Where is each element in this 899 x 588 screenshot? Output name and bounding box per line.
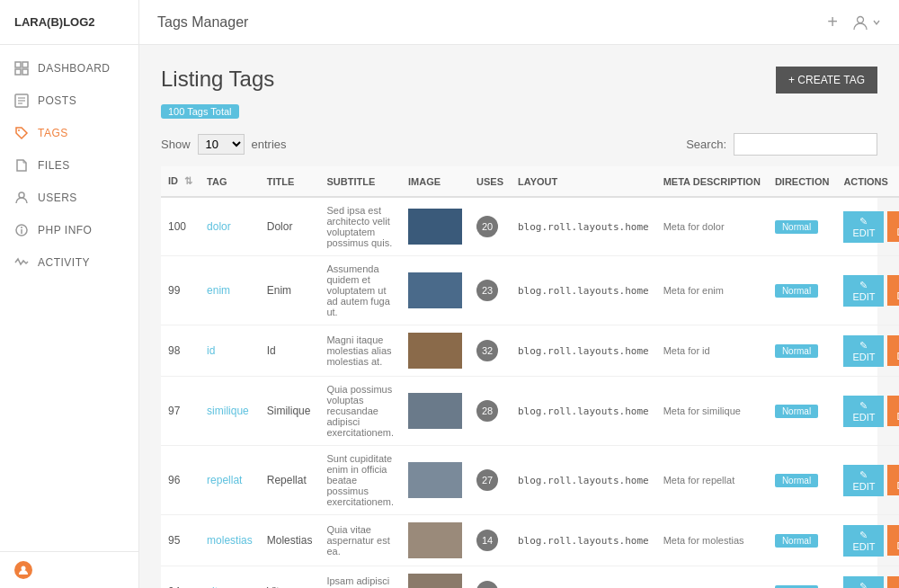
- activity-icon: [14, 255, 29, 270]
- sidebar-nav: DASHBOARD POSTS TAGS: [0, 45, 138, 279]
- cell-uses: 23: [469, 256, 511, 325]
- col-id[interactable]: ID ⇅: [161, 166, 200, 197]
- topbar-add-button[interactable]: +: [827, 12, 838, 32]
- actions-cell: ✎ EDIT🗑 DELETE: [843, 576, 899, 589]
- sidebar-item-dashboard[interactable]: DASHBOARD: [0, 52, 138, 85]
- table-row: 98idIdMagni itaque molestias alias moles…: [161, 325, 899, 377]
- edit-button[interactable]: ✎ EDIT: [843, 335, 884, 367]
- cell-tag: id: [200, 325, 260, 377]
- sidebar-user-icon[interactable]: [14, 561, 32, 579]
- direction-badge: Normal: [775, 405, 818, 418]
- tags-table: ID ⇅ TAG TITLE SUBTITLE IMAGE USES LAYOU…: [161, 166, 899, 588]
- cell-subtitle: Ipsam adipisci et minus qui enim nihil.: [319, 566, 401, 589]
- edit-button[interactable]: ✎ EDIT: [843, 576, 884, 589]
- uses-badge: 28: [476, 400, 498, 422]
- direction-badge: Normal: [775, 585, 818, 589]
- tag-link[interactable]: enim: [207, 284, 230, 297]
- tag-thumbnail: [408, 393, 462, 429]
- sidebar-item-tags[interactable]: TAGS: [0, 117, 138, 149]
- sidebar-item-activity[interactable]: ACTIVITY: [0, 246, 138, 279]
- col-title: TITLE: [260, 166, 320, 197]
- sidebar-item-files-label: FILES: [38, 159, 70, 172]
- cell-meta: Meta for vitae: [656, 566, 768, 589]
- entries-label: entries: [252, 138, 287, 151]
- cell-image: [401, 197, 469, 256]
- cell-subtitle: Sunt cupiditate enim in officia beatae p…: [319, 446, 401, 515]
- cell-title: Id: [260, 325, 320, 377]
- cell-direction: Normal: [768, 197, 837, 256]
- col-actions: ACTIONS: [836, 166, 899, 197]
- cell-id: 100: [161, 197, 200, 256]
- actions-cell: ✎ EDIT🗑 DELETE: [843, 396, 899, 427]
- edit-button[interactable]: ✎ EDIT: [843, 275, 884, 307]
- sidebar-item-users[interactable]: USERS: [0, 182, 138, 214]
- direction-badge: Normal: [775, 344, 818, 358]
- table-header-row: ID ⇅ TAG TITLE SUBTITLE IMAGE USES LAYOU…: [161, 166, 899, 197]
- delete-button[interactable]: 🗑 DELETE: [887, 396, 899, 426]
- cell-image: [401, 325, 469, 377]
- files-icon: [14, 158, 29, 173]
- cell-layout: blog.roll.layouts.home: [511, 377, 656, 446]
- sidebar-item-files[interactable]: FILES: [0, 149, 138, 182]
- create-tag-button[interactable]: + CREATE TAG: [776, 67, 877, 94]
- svg-point-8: [18, 129, 20, 131]
- cell-subtitle: Sed ipsa est architecto velit voluptatem…: [319, 197, 401, 256]
- topbar: Tags Manager +: [139, 0, 899, 45]
- svg-rect-2: [15, 69, 21, 75]
- svg-rect-0: [15, 62, 21, 67]
- delete-button[interactable]: 🗑 DELETE: [887, 465, 899, 495]
- tag-link[interactable]: molestias: [207, 534, 253, 547]
- cell-meta: Meta for dolor: [656, 197, 768, 256]
- edit-button[interactable]: ✎ EDIT: [843, 525, 884, 557]
- topbar-user-button[interactable]: [852, 14, 881, 31]
- cell-meta: Meta for molestias: [656, 515, 768, 566]
- actions-cell: ✎ EDIT🗑 DELETE: [843, 525, 899, 557]
- sidebar-item-posts[interactable]: POSTS: [0, 85, 138, 117]
- content-area: Listing Tags + CREATE TAG 100 Tags Total…: [139, 45, 899, 588]
- edit-button[interactable]: ✎ EDIT: [843, 465, 884, 496]
- delete-button[interactable]: 🗑 DELETE: [887, 211, 899, 242]
- entries-select[interactable]: 10 25 50 100: [198, 134, 245, 155]
- cell-id: 98: [161, 325, 200, 377]
- search-area: Search:: [686, 133, 877, 156]
- tag-link[interactable]: id: [207, 344, 215, 357]
- svg-rect-3: [22, 69, 28, 75]
- cell-tag: molestias: [200, 515, 260, 566]
- sidebar-item-tags-label: TAGS: [38, 127, 68, 139]
- cell-direction: Normal: [768, 515, 837, 566]
- uses-badge: 23: [476, 280, 498, 301]
- tag-link[interactable]: dolor: [207, 220, 231, 233]
- col-subtitle: SUBTITLE: [319, 166, 401, 197]
- cell-image: [401, 515, 469, 566]
- cell-image: [401, 446, 469, 515]
- search-input[interactable]: [734, 133, 877, 156]
- tag-link[interactable]: similique: [207, 405, 249, 417]
- col-uses: USES: [469, 166, 511, 197]
- id-sort-icon: ⇅: [184, 175, 192, 187]
- delete-button[interactable]: 🗑 DELETE: [887, 275, 899, 306]
- delete-button[interactable]: 🗑 DELETE: [887, 525, 899, 556]
- cell-title: Repellat: [260, 446, 320, 515]
- cell-id: 94: [161, 566, 200, 589]
- edit-button[interactable]: ✎ EDIT: [843, 396, 884, 427]
- tags-table-wrap: ID ⇅ TAG TITLE SUBTITLE IMAGE USES LAYOU…: [161, 166, 877, 588]
- cell-direction: Normal: [768, 325, 837, 377]
- delete-button[interactable]: 🗑 DELETE: [887, 576, 899, 588]
- cell-meta: Meta for similique: [656, 377, 768, 446]
- cell-image: [401, 566, 469, 589]
- phpinfo-icon: [14, 223, 29, 237]
- cell-meta: Meta for id: [656, 325, 768, 377]
- col-layout: LAYOUT: [511, 166, 656, 197]
- topbar-actions: +: [827, 12, 881, 32]
- sidebar-item-phpinfo[interactable]: PHP INFO: [0, 214, 138, 246]
- edit-button[interactable]: ✎ EDIT: [843, 211, 884, 243]
- cell-image: [401, 256, 469, 325]
- tag-thumbnail: [408, 209, 462, 245]
- uses-badge: 27: [476, 469, 498, 491]
- cell-id: 99: [161, 256, 200, 325]
- actions-cell: ✎ EDIT🗑 DELETE: [843, 211, 899, 243]
- cell-subtitle: Quia possimus voluptas recusandae adipis…: [319, 377, 401, 446]
- delete-button[interactable]: 🗑 DELETE: [887, 335, 899, 366]
- cell-layout: blog.roll.layouts.home: [511, 446, 656, 515]
- tag-link[interactable]: repellat: [207, 474, 242, 486]
